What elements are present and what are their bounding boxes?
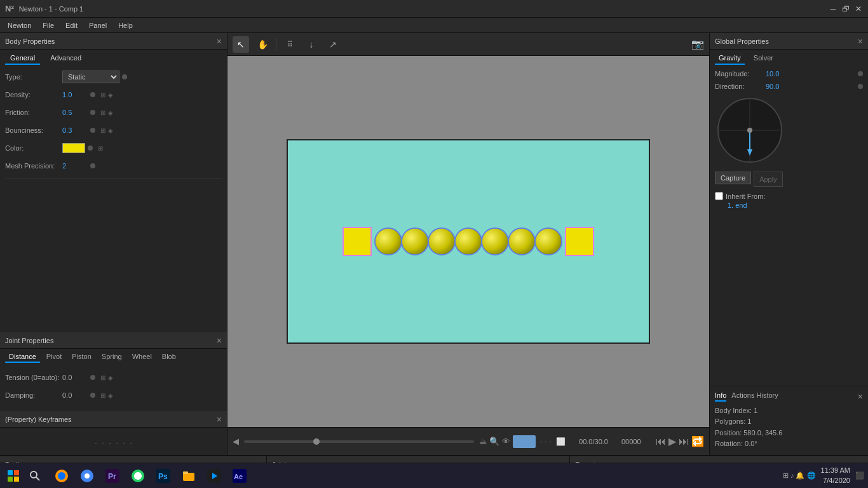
tl-zoom-icon[interactable]: 🔍 bbox=[489, 437, 499, 446]
tl-transport: ⏮ ▶ ⏭ 🔁 bbox=[656, 435, 704, 447]
bounciness-random-icon[interactable]: ⊞ bbox=[100, 127, 105, 134]
bounciness-value[interactable]: 0.3 bbox=[62, 126, 88, 134]
color-swatch[interactable] bbox=[62, 143, 85, 153]
menu-file[interactable]: File bbox=[37, 20, 59, 30]
global-properties-title: Global Properties bbox=[715, 37, 769, 45]
tab-advanced[interactable]: Advanced bbox=[45, 52, 86, 65]
damping-label: Damping: bbox=[5, 391, 62, 399]
info-close[interactable]: × bbox=[858, 391, 863, 402]
svg-rect-8 bbox=[8, 477, 13, 482]
maximize-button[interactable]: 🗗 bbox=[841, 4, 850, 13]
tension-icon1[interactable]: ⊞ bbox=[100, 374, 105, 381]
tl-loop-btn[interactable]: 🔁 bbox=[691, 435, 704, 447]
friction-value[interactable]: 0.5 bbox=[62, 109, 88, 116]
close-button[interactable]: ✕ bbox=[854, 4, 863, 13]
app-logo: N² bbox=[5, 4, 14, 13]
minimize-button[interactable]: ─ bbox=[829, 4, 837, 13]
tab-piston[interactable]: Piston bbox=[68, 351, 95, 363]
body-properties-tabs: General Advanced bbox=[0, 50, 227, 65]
info-panel-header: Info Actions History × bbox=[715, 391, 863, 402]
select-icon: ↖ bbox=[237, 39, 245, 50]
gravity-dial[interactable] bbox=[715, 95, 785, 165]
tl-play-btn[interactable]: ▶ bbox=[668, 435, 676, 447]
joint-tabs: Distance Pivot Piston Spring Wheel Blob bbox=[0, 349, 227, 365]
tl-color-block[interactable] bbox=[513, 435, 536, 448]
tab-wheel[interactable]: Wheel bbox=[128, 351, 156, 363]
tab-solver[interactable]: Solver bbox=[750, 52, 777, 65]
tension-value[interactable]: 0.0 bbox=[62, 374, 88, 381]
camera-tool[interactable]: 📷 bbox=[691, 38, 704, 50]
tab-pivot[interactable]: Pivot bbox=[43, 351, 65, 363]
tl-back-icon[interactable]: ◀ bbox=[233, 437, 239, 446]
tension-icon2[interactable]: ◈ bbox=[108, 374, 113, 381]
menu-help[interactable]: Help bbox=[113, 20, 138, 30]
tl-mountain-icon[interactable]: ⛰ bbox=[479, 437, 487, 446]
color-icons: ⊞ bbox=[98, 145, 103, 152]
camera-icon: 📷 bbox=[691, 39, 704, 50]
color-random-icon[interactable]: ⊞ bbox=[98, 145, 103, 152]
type-row: Type: Static Dynamic Kinematic AEKinemat… bbox=[5, 70, 222, 84]
tab-blob[interactable]: Blob bbox=[158, 351, 180, 363]
joint-properties-close[interactable]: × bbox=[217, 336, 222, 346]
damping-icon1[interactable]: ⊞ bbox=[100, 392, 105, 399]
svg-text:Ae: Ae bbox=[234, 473, 243, 480]
taskbar-photoshop[interactable]: Ps bbox=[151, 464, 175, 488]
tab-general[interactable]: General bbox=[5, 52, 40, 65]
taskbar-app6[interactable] bbox=[177, 464, 201, 488]
friction-link-icon[interactable]: ◈ bbox=[108, 109, 113, 116]
global-properties-close[interactable]: × bbox=[858, 36, 863, 46]
bounciness-link-icon[interactable]: ◈ bbox=[108, 127, 113, 134]
magnitude-value[interactable]: 10.0 bbox=[766, 70, 858, 78]
keyframes-close[interactable]: × bbox=[217, 414, 222, 424]
toolbar-sep-1 bbox=[276, 38, 276, 51]
inherit-checkbox[interactable] bbox=[715, 192, 723, 200]
tab-spring[interactable]: Spring bbox=[98, 351, 126, 363]
start-button[interactable] bbox=[4, 466, 23, 485]
tab-gravity[interactable]: Gravity bbox=[715, 52, 745, 65]
tab-info[interactable]: Info bbox=[715, 391, 726, 402]
taskbar-chrome[interactable] bbox=[75, 464, 99, 488]
info-section: Info Actions History × Body Index: 1 Pol… bbox=[710, 386, 868, 455]
tl-step-btn[interactable]: ⏭ bbox=[679, 436, 689, 447]
capture-button[interactable]: Capture bbox=[715, 172, 751, 184]
damping-icon2[interactable]: ◈ bbox=[108, 392, 113, 399]
chrome-icon bbox=[80, 469, 94, 483]
arrow-tool[interactable]: ↗ bbox=[325, 36, 341, 53]
select-tool[interactable]: ↖ bbox=[233, 36, 249, 53]
grid-tool[interactable]: ⠿ bbox=[281, 36, 298, 53]
density-value[interactable]: 1.0 bbox=[62, 91, 88, 98]
taskbar-premiere[interactable]: Pr bbox=[100, 464, 125, 488]
taskbar-whatsapp[interactable] bbox=[126, 464, 150, 488]
viewport[interactable] bbox=[227, 56, 709, 427]
taskbar-ae[interactable]: Ae bbox=[227, 464, 252, 488]
menu-panel[interactable]: Panel bbox=[84, 20, 112, 30]
tl-eye-icon[interactable]: 👁 bbox=[502, 437, 510, 446]
photoshop-icon: Ps bbox=[156, 469, 170, 483]
body-properties-close[interactable]: × bbox=[217, 36, 222, 46]
svg-rect-9 bbox=[14, 477, 19, 482]
taskbar-media[interactable] bbox=[202, 464, 226, 488]
down-arrow-tool[interactable]: ↓ bbox=[303, 36, 320, 53]
hand-tool[interactable]: ✋ bbox=[254, 36, 271, 53]
friction-random-icon[interactable]: ⊞ bbox=[100, 109, 105, 116]
tl-slider[interactable] bbox=[244, 440, 474, 443]
taskbar-notification[interactable]: ⬛ bbox=[855, 471, 864, 480]
taskbar-clock: 11:39 AM 7/4/2020 bbox=[821, 466, 850, 485]
mesh-precision-value[interactable]: 2 bbox=[62, 162, 88, 170]
tab-distance[interactable]: Distance bbox=[5, 351, 40, 363]
tab-actions-history[interactable]: Actions History bbox=[731, 391, 778, 402]
arrow-icon: ↗ bbox=[329, 39, 337, 50]
direction-value[interactable]: 90.0 bbox=[766, 83, 858, 90]
damping-value[interactable]: 0.0 bbox=[62, 391, 88, 399]
taskbar-firefox[interactable] bbox=[50, 464, 74, 488]
density-link-icon[interactable]: ◈ bbox=[108, 92, 113, 98]
menu-newton[interactable]: Newton bbox=[3, 20, 36, 30]
tl-rect-icon[interactable]: ⬜ bbox=[556, 437, 566, 446]
apply-button[interactable]: Apply bbox=[754, 172, 783, 187]
taskbar-search-button[interactable] bbox=[25, 466, 44, 485]
density-random-icon[interactable]: ⊞ bbox=[100, 92, 105, 98]
tl-start-btn[interactable]: ⏮ bbox=[656, 436, 666, 447]
grid-icon: ⠿ bbox=[287, 40, 293, 49]
type-select[interactable]: Static Dynamic Kinematic AEKinematic Gho… bbox=[62, 71, 119, 83]
menu-edit[interactable]: Edit bbox=[60, 20, 83, 30]
